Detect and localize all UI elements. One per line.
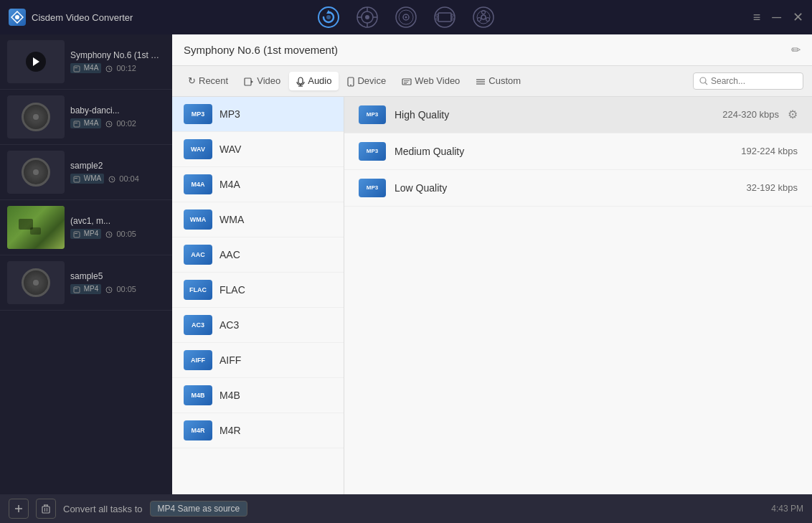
format-badge-mp3: MP3 <box>184 104 212 124</box>
format-item-m4r[interactable]: M4R M4R <box>172 413 344 448</box>
reel-icon[interactable] <box>471 5 496 29</box>
svg-rect-20 <box>451 14 453 17</box>
format-item-ac3[interactable]: AC3 AC3 <box>172 308 344 343</box>
file-item[interactable]: sample2 WMA 00:04 <box>0 145 172 200</box>
quality-kbps-high: 224-320 kbps <box>722 109 779 120</box>
main-area: Symphony No.6 (1st movement) M4A 00:12 <box>0 34 812 494</box>
quality-item-high[interactable]: MP3 High Quality 224-320 kbps ⚙ <box>344 97 812 133</box>
quality-badge-low: MP3 <box>359 179 386 197</box>
format-item-aac[interactable]: AAC AAC <box>172 237 344 273</box>
quality-kbps-low: 32-192 kbps <box>746 182 798 193</box>
close-icon[interactable]: ✕ <box>793 9 803 25</box>
file-item[interactable]: (avc1, m... MP4 00:05 <box>0 200 172 255</box>
file-info: Symphony No.6 (1st movement) M4A 00:12 <box>70 50 165 72</box>
convert-icon[interactable] <box>316 5 341 29</box>
svg-rect-29 <box>74 66 80 72</box>
svg-rect-72 <box>42 506 49 513</box>
tab-device[interactable]: Device <box>340 72 393 90</box>
search-icon <box>699 77 708 85</box>
recent-icon: ↻ <box>188 75 196 86</box>
quality-item-low[interactable]: MP3 Low Quality 32-192 kbps <box>344 170 812 207</box>
file-info: sample5 MP4 00:05 <box>70 271 165 293</box>
svg-line-38 <box>109 124 110 125</box>
svg-point-27 <box>481 15 486 19</box>
file-thumbnail <box>7 40 65 83</box>
svg-marker-55 <box>251 80 253 83</box>
svg-point-1 <box>15 15 19 19</box>
svg-rect-21 <box>451 18 453 20</box>
minimize-icon[interactable]: ─ <box>772 10 781 25</box>
file-thumbnail <box>7 151 65 194</box>
delete-file-button[interactable] <box>36 499 56 519</box>
tab-recent[interactable]: ↻ Recent <box>181 72 235 90</box>
tab-audio-label: Audio <box>308 75 331 86</box>
format-item-m4a[interactable]: M4A M4A <box>172 167 344 202</box>
app-name: Cisdem Video Converter <box>32 12 133 23</box>
edit-icon[interactable]: ✏ <box>791 43 801 57</box>
format-label-mp3: MP3 <box>219 108 240 120</box>
tab-audio[interactable]: Audio <box>289 72 339 90</box>
svg-rect-19 <box>436 18 438 20</box>
svg-rect-18 <box>436 14 438 17</box>
search-input[interactable] <box>711 76 797 86</box>
svg-line-33 <box>109 69 110 70</box>
svg-line-48 <box>109 235 110 235</box>
file-item[interactable]: Symphony No.6 (1st movement) M4A 00:12 <box>0 34 172 90</box>
format-item-flac[interactable]: FLAC FLAC <box>172 273 344 308</box>
panel-title: Symphony No.6 (1st movement) <box>184 44 338 56</box>
format-label-m4r: M4R <box>219 425 241 436</box>
quality-panel: MP3 High Quality 224-320 kbps ⚙ MP3 Medi… <box>344 97 812 494</box>
format-badge-m4b: M4B <box>184 385 212 405</box>
svg-rect-39 <box>74 176 80 182</box>
format-item-mp3[interactable]: MP3 MP3 <box>172 97 344 132</box>
file-meta: M4A 00:12 <box>70 63 165 72</box>
quality-kbps-medium: 192-224 kbps <box>741 146 798 156</box>
format-item-wma[interactable]: WMA WMA <box>172 202 344 237</box>
search-box[interactable] <box>693 72 803 90</box>
file-format: M4A <box>70 118 101 128</box>
file-thumbnail <box>7 206 65 249</box>
disc-icon[interactable] <box>394 5 418 29</box>
quality-item-medium[interactable]: MP3 Medium Quality 192-224 kbps <box>344 133 812 170</box>
format-list: MP3 MP3 WAV WAV M4A M4A <box>172 97 344 494</box>
file-item[interactable]: baby-danci... M4A 00:02 <box>0 90 172 145</box>
add-file-button[interactable] <box>9 499 29 519</box>
tab-recent-label: Recent <box>199 75 228 86</box>
gear-icon[interactable]: ⚙ <box>788 108 798 121</box>
svg-rect-45 <box>75 233 77 234</box>
file-name: baby-danci... <box>70 105 165 116</box>
file-format: M4A <box>70 63 101 72</box>
web-video-icon <box>402 75 412 86</box>
tab-video[interactable]: Video <box>237 72 288 90</box>
format-badge-m4r: M4R <box>184 420 212 440</box>
tab-web-video-label: Web Video <box>415 75 460 86</box>
menu-icon[interactable]: ≡ <box>753 10 761 25</box>
svg-point-26 <box>478 18 481 22</box>
quality-name-medium: Medium Quality <box>395 146 732 157</box>
format-item-wav[interactable]: WAV WAV <box>172 132 344 167</box>
format-badge-flac: FLAC <box>184 280 212 300</box>
tab-web-video[interactable]: Web Video <box>395 72 467 90</box>
file-duration: 00:02 <box>105 119 136 128</box>
disc-thumb <box>22 268 50 297</box>
tab-custom[interactable]: Custom <box>468 72 528 90</box>
film-icon[interactable] <box>433 5 457 29</box>
format-badge-wma: WMA <box>184 209 212 230</box>
format-badge-m4a: M4A <box>184 174 212 194</box>
file-item[interactable]: sample5 MP4 00:05 <box>0 255 172 311</box>
record-icon[interactable] <box>355 5 379 29</box>
svg-line-53 <box>109 290 110 291</box>
output-format-badge[interactable]: MP4 Same as source <box>150 501 248 517</box>
svg-rect-34 <box>74 121 80 127</box>
svg-rect-54 <box>245 78 251 85</box>
file-meta: MP4 00:05 <box>70 229 165 238</box>
format-label-wma: WMA <box>219 214 244 225</box>
svg-line-43 <box>112 179 113 180</box>
format-label-m4b: M4B <box>219 390 240 401</box>
format-item-m4b[interactable]: M4B M4B <box>172 378 344 413</box>
disc-thumb <box>22 103 50 131</box>
tab-device-label: Device <box>357 75 386 86</box>
svg-rect-50 <box>75 288 77 289</box>
svg-rect-49 <box>74 287 80 293</box>
format-item-aiff[interactable]: AIFF AIFF <box>172 343 344 378</box>
